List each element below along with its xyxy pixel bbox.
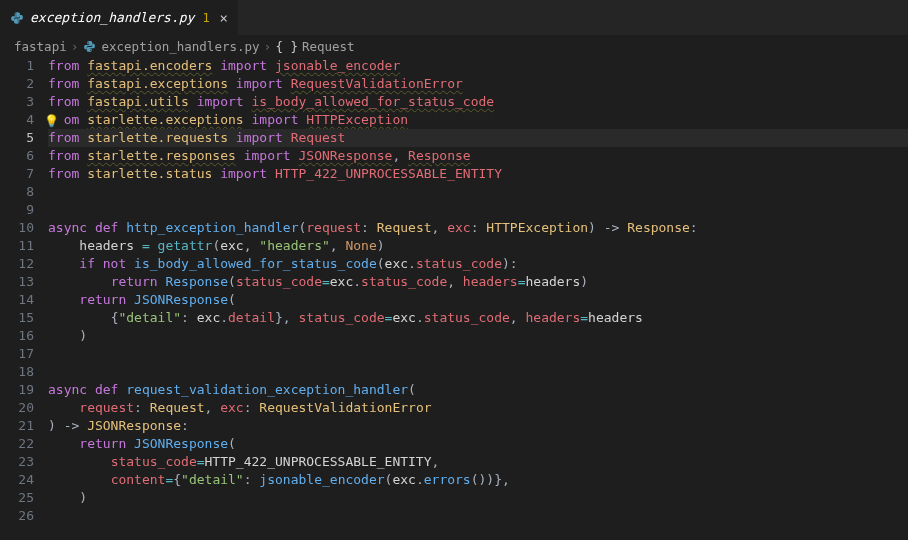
chevron-right-icon: › [71, 39, 79, 54]
breadcrumbs[interactable]: fastapi › exception_handlers.py › { } Re… [0, 35, 908, 57]
line-number: 25 [0, 489, 34, 507]
line-number: 21 [0, 417, 34, 435]
line-number: 20 [0, 399, 34, 417]
tab-filename: exception_handlers.py [30, 10, 194, 25]
code-line[interactable]: from fastapi.utils import is_body_allowe… [48, 93, 908, 111]
line-number: 24 [0, 471, 34, 489]
line-number: 1 [0, 57, 34, 75]
line-number: 18 [0, 363, 34, 381]
code-line[interactable]: headers = getattr(exc, "headers", None) [48, 237, 908, 255]
code-line[interactable] [48, 345, 908, 363]
code-line[interactable]: {"detail": exc.detail}, status_code=exc.… [48, 309, 908, 327]
code-line[interactable] [48, 201, 908, 219]
code-line[interactable]: async def request_validation_exception_h… [48, 381, 908, 399]
code-line[interactable]: status_code=HTTP_422_UNPROCESSABLE_ENTIT… [48, 453, 908, 471]
line-number: 3 [0, 93, 34, 111]
line-number: 7 [0, 165, 34, 183]
line-number: 14 [0, 291, 34, 309]
code-area[interactable]: from fastapi.encoders import jsonable_en… [48, 57, 908, 540]
code-line[interactable]: content={"detail": jsonable_encoder(exc.… [48, 471, 908, 489]
code-line[interactable]: return Response(status_code=exc.status_c… [48, 273, 908, 291]
line-number: 8 [0, 183, 34, 201]
code-line[interactable]: return JSONResponse( [48, 291, 908, 309]
line-number: 9 [0, 201, 34, 219]
breadcrumb-file[interactable]: exception_handlers.py [83, 39, 260, 54]
line-number: 17 [0, 345, 34, 363]
line-number: 15 [0, 309, 34, 327]
line-number: 5 [0, 129, 34, 147]
code-line[interactable]: request: Request, exc: RequestValidation… [48, 399, 908, 417]
python-icon [83, 40, 96, 53]
line-number: 12 [0, 255, 34, 273]
line-number: 26 [0, 507, 34, 525]
editor-tab[interactable]: exception_handlers.py 1 × [0, 0, 239, 35]
code-line[interactable]: from starlette.status import HTTP_422_UN… [48, 165, 908, 183]
code-line[interactable]: if not is_body_allowed_for_status_code(e… [48, 255, 908, 273]
code-line[interactable]: from fastapi.exceptions import RequestVa… [48, 75, 908, 93]
line-number: 16 [0, 327, 34, 345]
code-line[interactable]: ) -> JSONResponse: [48, 417, 908, 435]
code-line[interactable]: ) [48, 489, 908, 507]
line-number: 11 [0, 237, 34, 255]
code-line[interactable] [48, 183, 908, 201]
code-line[interactable] [48, 363, 908, 381]
chevron-right-icon: › [264, 39, 272, 54]
tab-bar: exception_handlers.py 1 × [0, 0, 908, 35]
line-number: 4 [0, 111, 34, 129]
code-line[interactable] [48, 507, 908, 525]
lightbulb-icon[interactable]: 💡 [44, 112, 59, 130]
code-line[interactable]: from starlette.responses import JSONResp… [48, 147, 908, 165]
close-icon[interactable]: × [220, 10, 228, 26]
tab-problems-badge: 1 [202, 11, 209, 25]
line-number: 10 [0, 219, 34, 237]
code-line[interactable]: 💡 om starlette.exceptions import HTTPExc… [48, 111, 908, 129]
code-line[interactable]: from starlette.requests import Request [48, 129, 908, 147]
line-number: 19 [0, 381, 34, 399]
code-line[interactable]: return JSONResponse( [48, 435, 908, 453]
breadcrumb-folder[interactable]: fastapi [14, 39, 67, 54]
line-number: 13 [0, 273, 34, 291]
code-line[interactable]: from fastapi.encoders import jsonable_en… [48, 57, 908, 75]
breadcrumb-symbol[interactable]: { } Request [275, 39, 354, 54]
line-number: 23 [0, 453, 34, 471]
line-number: 22 [0, 435, 34, 453]
braces-icon: { } [275, 39, 298, 54]
line-number: 2 [0, 75, 34, 93]
code-line[interactable]: async def http_exception_handler(request… [48, 219, 908, 237]
python-icon [10, 11, 24, 25]
code-editor[interactable]: 1234567891011121314151617181920212223242… [0, 57, 908, 540]
code-line[interactable]: ) [48, 327, 908, 345]
line-number: 6 [0, 147, 34, 165]
line-number-gutter: 1234567891011121314151617181920212223242… [0, 57, 48, 540]
